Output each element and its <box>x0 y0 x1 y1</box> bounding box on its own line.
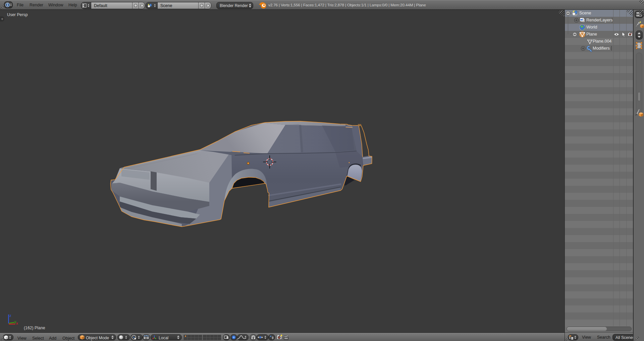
svg-text:z: z <box>9 314 11 318</box>
svg-text:x: x <box>16 321 18 325</box>
